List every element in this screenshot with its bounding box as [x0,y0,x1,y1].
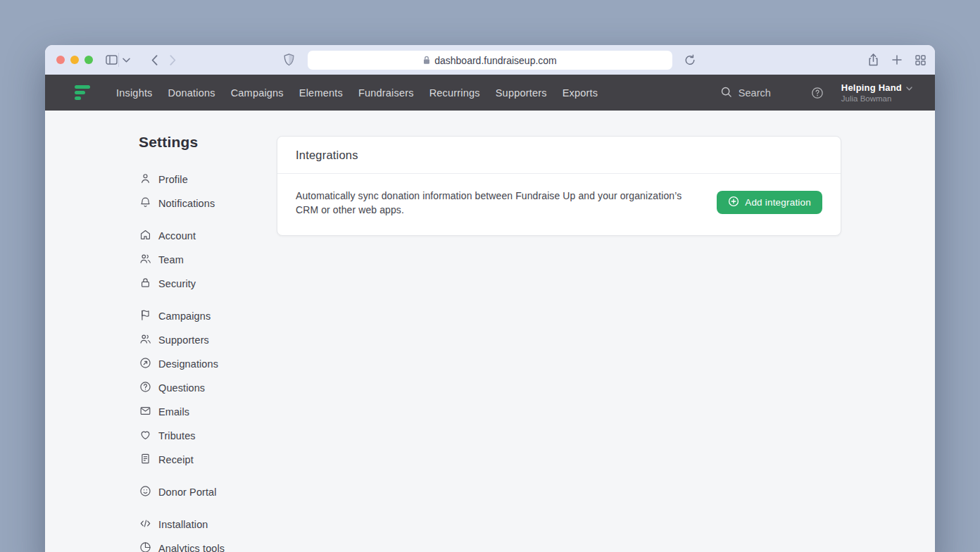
forward-icon[interactable] [170,45,176,75]
installation-icon [139,517,152,533]
close-window-button[interactable] [56,56,65,64]
sidebar-item-label: Receipt [158,454,194,465]
minimize-window-button[interactable] [70,56,79,64]
nav-item-supporters[interactable]: Supporters [496,83,547,103]
tributes-icon [139,428,152,444]
sidebar-item-label: Questions [158,382,205,394]
browser-chrome: dashboard.fundraiseup.com [45,45,935,75]
url-text: dashboard.fundraiseup.com [434,55,557,66]
designations-icon [139,356,152,372]
browser-window: dashboard.fundraiseup.com InsightsDonati… [45,45,935,552]
chevron-down-icon [906,82,912,93]
user-name: Julia Bowman [841,94,912,103]
sidebar-group: ProfileNotifications [139,168,265,215]
profile-icon [139,172,152,188]
page-title: Settings [139,132,265,152]
sidebar-item-campaigns[interactable]: Campaigns [139,304,265,328]
account-name: Helping Hand [841,82,902,93]
sidebar-item-donor-portal[interactable]: Donor Portal [139,480,265,504]
account-icon [139,228,152,244]
sidebar-item-team[interactable]: Team [139,248,265,272]
sidebar-chevron-down-icon[interactable] [122,45,130,75]
sidebar-item-security[interactable]: Security [139,272,265,296]
address-bar[interactable]: dashboard.fundraiseup.com [308,51,672,70]
sidebar-item-label: Team [158,254,184,265]
search-icon [720,86,732,100]
questions-icon [139,380,152,396]
fundraiseup-logo-icon[interactable] [75,85,91,100]
nav-item-insights[interactable]: Insights [116,83,153,103]
add-integration-label: Add integration [745,197,811,208]
integrations-card: Integrations Automatically sync donation… [277,136,841,236]
add-integration-button[interactable]: Add integration [717,191,822,214]
sidebar-item-questions[interactable]: Questions [139,376,265,400]
nav-item-donations[interactable]: Donations [168,83,215,103]
security-icon [139,276,152,292]
sidebar-item-tributes[interactable]: Tributes [139,424,265,448]
window-controls [56,56,93,64]
lock-icon [423,56,430,65]
sidebar-group: AccountTeamSecurity [139,224,265,296]
sidebar-item-label: Emails [158,406,189,418]
sidebar-group: Donor Portal [139,480,265,504]
nav-item-campaigns[interactable]: Campaigns [231,83,284,103]
search-label: Search [739,87,771,99]
emails-icon [139,404,152,420]
card-title: Integrations [277,137,841,174]
team-icon [139,252,152,268]
donor-portal-icon [139,484,152,501]
sidebar-item-installation[interactable]: Installation [139,513,265,537]
sidebar-item-label: Campaigns [158,310,211,322]
sidebar-item-notifications[interactable]: Notifications [139,192,265,215]
sidebar-item-label: Notifications [158,198,215,209]
receipt-icon [139,452,152,468]
nav-item-exports[interactable]: Exports [563,83,598,103]
sidebar-item-label: Designations [158,358,218,370]
chrome-divider [118,53,119,67]
sidebar-item-label: Supporters [158,334,209,346]
sidebar-item-label: Profile [158,174,188,185]
sidebar-group: CampaignsSupportersDesignationsQuestions… [139,304,265,472]
sidebar-item-receipt[interactable]: Receipt [139,448,265,472]
sidebar-item-label: Security [158,278,196,289]
share-icon[interactable] [868,45,879,75]
search-button[interactable]: Search [720,86,771,100]
sidebar-item-emails[interactable]: Emails [139,400,265,424]
help-icon[interactable] [810,86,824,100]
sidebar-item-label: Account [158,230,196,242]
privacy-shield-icon[interactable] [284,45,294,75]
plus-circle-icon [728,196,739,209]
zoom-window-button[interactable] [84,56,93,64]
sidebar-item-designations[interactable]: Designations [139,352,265,376]
account-menu[interactable]: Helping Hand Julia Bowman [841,82,912,103]
sidebar-item-label: Tributes [158,430,196,441]
sidebar-item-label: Donor Portal [158,487,217,498]
sidebar-item-analytics-tools[interactable]: Analytics tools [139,537,265,552]
supporters-icon [139,332,152,349]
sidebar-item-account[interactable]: Account [139,224,265,248]
top-nav: InsightsDonationsCampaignsElementsFundra… [45,75,935,111]
nav-item-fundraisers[interactable]: Fundraisers [358,83,414,103]
nav-item-elements[interactable]: Elements [299,83,343,103]
tab-overview-icon[interactable] [915,45,926,75]
back-icon[interactable] [151,45,158,75]
reload-icon[interactable] [684,45,696,75]
nav-menu: InsightsDonationsCampaignsElementsFundra… [116,83,598,103]
settings-sidebar: Settings ProfileNotificationsAccountTeam… [139,132,265,552]
nav-item-recurrings[interactable]: Recurrings [429,83,480,103]
campaigns-icon [139,308,152,325]
card-description: Automatically sync donation information … [296,189,695,217]
sidebar-item-supporters[interactable]: Supporters [139,328,265,352]
settings-page: Settings ProfileNotificationsAccountTeam… [45,111,935,552]
analytics-icon [139,541,152,552]
sidebar-group: InstallationAnalytics tools [139,513,265,552]
sidebar-item-profile[interactable]: Profile [139,168,265,192]
sidebar-item-label: Analytics tools [158,543,225,552]
new-tab-icon[interactable] [892,45,902,75]
notifications-icon [139,196,152,212]
sidebar-toggle-icon[interactable] [106,45,118,75]
sidebar-item-label: Installation [158,519,208,530]
